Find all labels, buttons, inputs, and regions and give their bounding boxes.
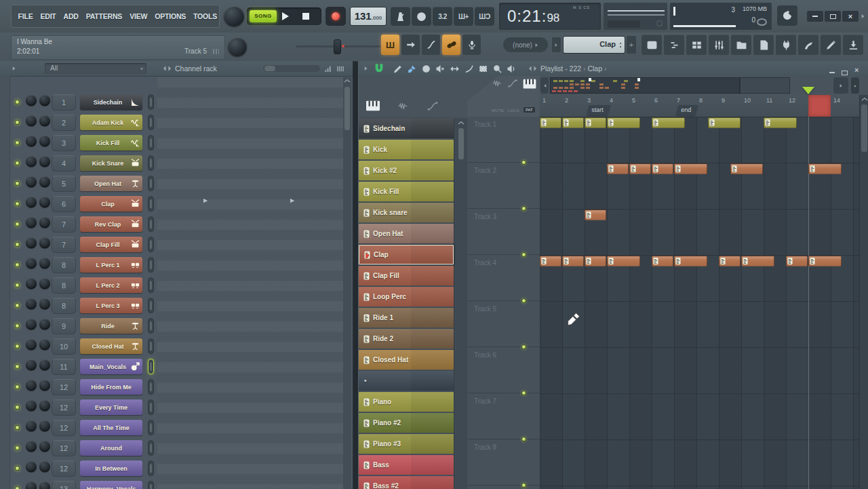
pattern-clip[interactable]: [674, 163, 707, 174]
picker-item-open-hat[interactable]: Open Hat: [359, 224, 454, 243]
channel-volume-knob[interactable]: [39, 115, 50, 126]
pattern-clip[interactable]: [708, 117, 741, 128]
channel-volume-knob[interactable]: [39, 237, 50, 248]
mute-tool-button[interactable]: [434, 63, 447, 74]
picker-item-kick[interactable]: Kick: [359, 140, 454, 159]
rack-scrollbar[interactable]: [343, 77, 351, 489]
playlist-scrollbar[interactable]: [859, 95, 868, 489]
channel-number-button[interactable]: 8: [52, 298, 76, 314]
picker-scroll-thumb[interactable]: [458, 128, 464, 159]
pattern-clip[interactable]: [629, 163, 651, 174]
pattern-clip[interactable]: [764, 117, 797, 128]
maximize-button[interactable]: [825, 11, 841, 22]
midi-preset-dropdown[interactable]: (none): [503, 37, 548, 52]
pattern-clip[interactable]: [562, 256, 584, 267]
end-marker[interactable]: end: [676, 105, 698, 115]
channel-mute-led[interactable]: [15, 161, 20, 165]
pattern-clip[interactable]: [652, 163, 673, 174]
channel-number-button[interactable]: 3: [52, 135, 76, 151]
channel-number-button[interactable]: 12: [52, 461, 76, 477]
draw-tool-button[interactable]: [391, 63, 404, 74]
channel-number-button[interactable]: 8: [52, 257, 76, 273]
channel-number-button[interactable]: 7: [52, 216, 76, 233]
channel-number-button[interactable]: 5: [52, 176, 76, 192]
channel-number-button[interactable]: 12: [52, 440, 76, 456]
track-name-4[interactable]: Track 4: [474, 259, 496, 267]
picker-item-unnamed[interactable]: •: [359, 371, 454, 391]
channel-button-hide-from-me[interactable]: Hide From Me: [80, 379, 142, 395]
picker-item-bass[interactable]: Bass: [359, 455, 454, 475]
record-button[interactable]: [326, 7, 346, 26]
track-led[interactable]: [521, 483, 526, 488]
play-button[interactable]: [282, 12, 289, 20]
wait-for-input-button[interactable]: [412, 7, 431, 26]
track-led[interactable]: [521, 160, 526, 165]
channel-pan-knob[interactable]: [26, 380, 37, 391]
channel-number-button[interactable]: 12: [52, 399, 76, 416]
channel-selector[interactable]: [148, 298, 154, 313]
menu-item-tools[interactable]: TOOLS: [190, 12, 221, 20]
menu-item-view[interactable]: VIEW: [126, 12, 151, 20]
track-automation-icon[interactable]: [507, 79, 518, 87]
sync-button[interactable]: [777, 5, 797, 26]
playhead-marker-icon[interactable]: [802, 87, 814, 94]
channel-selector[interactable]: [148, 216, 154, 232]
browser-window-button[interactable]: [731, 35, 751, 55]
channel-selector[interactable]: [148, 176, 154, 191]
timeline-selection[interactable]: [808, 95, 831, 117]
channel-pan-knob[interactable]: [26, 461, 37, 472]
slice-tool-button[interactable]: [462, 63, 475, 74]
channel-button-kick-snare[interactable]: Kick Snare: [80, 155, 142, 171]
channel-mute-led[interactable]: [15, 283, 20, 288]
loop-record-button[interactable]: ШƆ: [475, 7, 494, 26]
picker-item-closed-hat[interactable]: Closed Hat: [359, 350, 454, 370]
channel-selector[interactable]: [148, 338, 154, 354]
channel-mute-led[interactable]: [15, 364, 20, 369]
pattern-clip[interactable]: [562, 117, 584, 128]
channel-selector[interactable]: [148, 318, 154, 334]
track-name-5[interactable]: Track 5: [474, 305, 496, 313]
channel-selector[interactable]: [148, 257, 154, 273]
pattern-clip[interactable]: [808, 163, 842, 174]
playlist-scroll-thumb[interactable]: [861, 104, 867, 152]
track-led[interactable]: [521, 345, 526, 349]
picker-item-bass-2[interactable]: Bass #2: [359, 476, 454, 489]
channel-volume-knob[interactable]: [39, 258, 50, 269]
channel-number-button[interactable]: 13: [52, 481, 76, 489]
channel-volume-knob[interactable]: [39, 420, 50, 431]
playlist-detach-icon[interactable]: [528, 65, 537, 72]
channel-mute-led[interactable]: [15, 140, 20, 145]
track-name-6[interactable]: Track 6: [474, 351, 496, 359]
keyboard-editor-icon[interactable]: [336, 65, 344, 73]
pattern-clip[interactable]: [652, 256, 673, 267]
graph-editor-icon[interactable]: [324, 65, 332, 73]
channel-pan-knob[interactable]: [26, 339, 37, 350]
track-led[interactable]: [521, 252, 526, 257]
picker-item-kick-2[interactable]: Kick #2: [359, 161, 454, 180]
channel-selector[interactable]: [148, 420, 154, 435]
channel-button-main-vocals[interactable]: Main_Vocals: [80, 359, 142, 374]
channel-mute-led[interactable]: [15, 486, 20, 489]
channel-volume-knob[interactable]: [39, 197, 50, 208]
pattern-menu-button[interactable]: [552, 37, 561, 52]
rack-scroll-thumb[interactable]: [344, 87, 350, 130]
channel-mute-led[interactable]: [15, 201, 20, 206]
time-display[interactable]: M S CS 0:21:98: [499, 3, 601, 30]
track-name-7[interactable]: Track 7: [474, 397, 496, 405]
channel-volume-knob[interactable]: [39, 400, 50, 411]
pattern-clip[interactable]: [741, 256, 774, 267]
channel-selector[interactable]: [148, 359, 154, 374]
plugin-picker-button[interactable]: [776, 35, 796, 55]
menu-item-options[interactable]: OPTIONS: [151, 12, 190, 20]
channel-mute-led[interactable]: [15, 120, 20, 125]
snap-magnet-icon[interactable]: [374, 63, 384, 74]
picker-tab-patterns[interactable]: [366, 100, 380, 111]
channel-button-sidechain[interactable]: Sidechain: [80, 94, 142, 110]
channel-number-button[interactable]: 9: [52, 318, 76, 334]
track-led[interactable]: [521, 437, 526, 442]
channel-mute-led[interactable]: [15, 446, 20, 450]
bpm-display[interactable]: 131 .000: [350, 7, 387, 26]
playlist-close-button[interactable]: ×: [854, 63, 859, 75]
picker-item-piano-2[interactable]: Piano #2: [359, 413, 454, 433]
pattern-clip[interactable]: [607, 117, 640, 128]
